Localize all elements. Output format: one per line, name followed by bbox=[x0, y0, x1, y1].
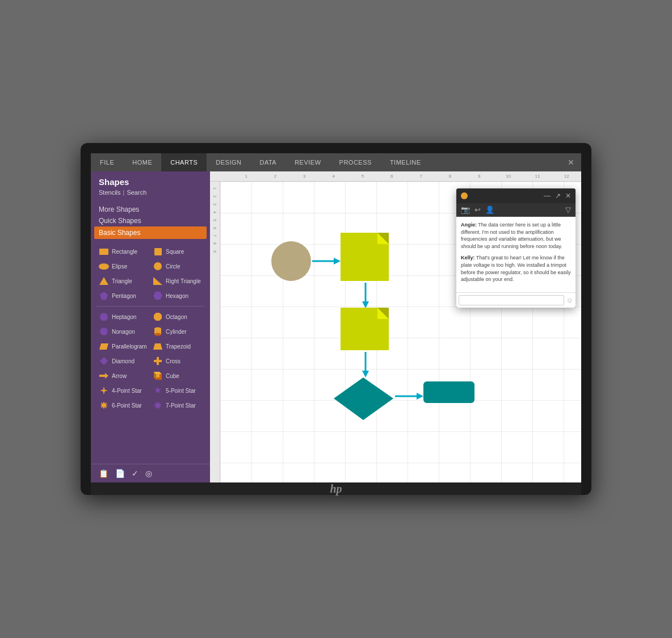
shape-diamond[interactable]: Diamond bbox=[96, 354, 150, 368]
chat-titlebar: — ↗ ✕ bbox=[456, 188, 576, 203]
shape-row-5: Heptagon Octagon bbox=[96, 310, 204, 324]
svg-marker-5 bbox=[153, 277, 162, 285]
shape-square[interactable]: Square bbox=[150, 245, 204, 258]
sidebar-title: Shapes bbox=[99, 177, 202, 187]
chat-close-button[interactable]: ✕ bbox=[565, 192, 571, 200]
cylinder-icon bbox=[153, 326, 163, 337]
svg-marker-8 bbox=[100, 313, 108, 321]
video-icon[interactable]: 📷 bbox=[461, 205, 470, 214]
flowchart-teal-diamond[interactable] bbox=[334, 377, 393, 420]
chat-message-angie: Angie: The data center here is set up a … bbox=[461, 221, 571, 250]
ruler-marks-h: 1 2 3 4 5 6 7 8 9 10 11 12 bbox=[221, 174, 581, 179]
shape-hexagon[interactable]: Hexagon bbox=[150, 289, 204, 303]
svg-marker-26 bbox=[100, 401, 108, 409]
shape-cylinder[interactable]: Cylinder bbox=[150, 325, 204, 338]
svg-rect-18 bbox=[154, 360, 162, 362]
clipboard2-icon[interactable]: 📄 bbox=[115, 469, 125, 478]
shape-7star[interactable]: 7-Point Star bbox=[150, 398, 204, 412]
shape-5star[interactable]: 5-Point Star bbox=[150, 384, 204, 397]
sidebar-shapes: Rectangle Square bbox=[91, 241, 210, 464]
chat-expand-button[interactable]: ↗ bbox=[555, 192, 561, 200]
flowchart-tan-circle[interactable] bbox=[271, 241, 311, 281]
stencils-link[interactable]: Stencils bbox=[99, 189, 121, 196]
quick-shapes-item[interactable]: Quick Shapes bbox=[99, 215, 202, 226]
sidebar-header: Shapes Stencils | Search bbox=[91, 171, 210, 199]
shape-parallelogram[interactable]: Parallelogram bbox=[96, 339, 150, 353]
shape-right-triangle[interactable]: Right Triangle bbox=[150, 274, 204, 288]
close-button[interactable]: ✕ bbox=[563, 154, 579, 170]
menu-process[interactable]: PROCESS bbox=[330, 153, 381, 171]
hp-logo: hp bbox=[330, 482, 342, 496]
clipboard-icon[interactable]: 📋 bbox=[99, 469, 108, 478]
shape-row-8: Diamond Cross bbox=[96, 354, 204, 368]
trapezoid-icon bbox=[153, 341, 163, 351]
menu-data[interactable]: DATA bbox=[250, 153, 285, 171]
hexagon-icon bbox=[153, 291, 163, 301]
phone-icon[interactable]: ↩ bbox=[474, 205, 481, 214]
check-icon[interactable]: ✓ bbox=[132, 469, 138, 478]
menu-file[interactable]: FILE bbox=[91, 153, 123, 171]
menu-charts[interactable]: CHARTS bbox=[161, 153, 207, 171]
shape-row-3: Triangle Right Triangle bbox=[96, 274, 204, 288]
canvas-area: 1 2 3 4 5 6 7 8 9 10 11 12 bbox=[210, 171, 581, 482]
shape-heptagon[interactable]: Heptagon bbox=[96, 310, 150, 324]
shape-trapezoid[interactable]: Trapezoid bbox=[150, 339, 204, 353]
shape-row-6: Nonagon Cylinder bbox=[96, 325, 204, 338]
app-body: Shapes Stencils | Search More Shapes Qui… bbox=[91, 171, 581, 482]
chat-toolbar: 📷 ↩ 👤 ▽ bbox=[456, 203, 576, 217]
shape-row-7: Parallelogram Trapezoid bbox=[96, 339, 204, 353]
monitor-bottom-bezel: hp bbox=[91, 482, 581, 495]
menu-review[interactable]: REVIEW bbox=[285, 153, 330, 171]
shape-row-4: Pentagon Hexagon bbox=[96, 289, 204, 303]
more-shapes-item[interactable]: More Shapes bbox=[99, 204, 202, 215]
chat-filter-icon[interactable]: ▽ bbox=[565, 205, 571, 214]
shape-rectangle[interactable]: Rectangle bbox=[96, 245, 150, 258]
svg-marker-6 bbox=[100, 292, 108, 300]
svg-rect-0 bbox=[99, 249, 108, 255]
basic-shapes-item[interactable]: Basic Shapes bbox=[94, 226, 207, 239]
flowchart-yellow-rect-1[interactable] bbox=[341, 233, 389, 281]
chat-controls: — ↗ ✕ bbox=[544, 192, 571, 200]
chat-minimize-button[interactable]: — bbox=[544, 192, 551, 200]
shape-4star[interactable]: 4-Point Star bbox=[96, 384, 150, 397]
people-icon[interactable]: 👤 bbox=[485, 205, 494, 214]
arrow-icon bbox=[99, 371, 109, 381]
5-point-star-icon bbox=[153, 385, 163, 396]
menu-home[interactable]: HOME bbox=[123, 153, 161, 171]
chat-text-kelly: That's great to hear! Let me know if the… bbox=[461, 255, 571, 282]
shape-row-1: Rectangle Square bbox=[96, 245, 204, 258]
ellipse-icon bbox=[99, 261, 109, 271]
shape-arrow[interactable]: Arrow bbox=[96, 369, 150, 383]
chat-sender-angie: Angie: bbox=[461, 222, 477, 228]
flowchart-yellow-rect-2[interactable] bbox=[341, 308, 389, 350]
chat-popup: — ↗ ✕ 📷 ↩ 👤 ▽ Angie: The bbox=[456, 188, 576, 308]
shape-circle[interactable]: Circle bbox=[150, 259, 204, 273]
nonagon-icon bbox=[99, 326, 109, 337]
chat-input[interactable] bbox=[459, 295, 564, 305]
menu-timeline[interactable]: TIMELINE bbox=[381, 153, 430, 171]
shape-6star[interactable]: 6-Point Star bbox=[96, 398, 150, 412]
square-icon bbox=[153, 246, 163, 257]
menu-design[interactable]: DESIGN bbox=[207, 153, 250, 171]
chat-input-area: ☺ bbox=[456, 292, 576, 308]
6-point-star-icon bbox=[99, 400, 109, 410]
shape-triangle[interactable]: Triangle bbox=[96, 274, 150, 288]
shape-cube[interactable]: Cube bbox=[150, 369, 204, 383]
flowchart-teal-rounded-rect[interactable] bbox=[423, 381, 474, 403]
sidebar-footer: 📋 📄 ✓ ◎ bbox=[91, 464, 210, 482]
shape-ellipse[interactable]: Elipse bbox=[96, 259, 150, 273]
menu-bar: FILE HOME CHARTS DESIGN DATA REVIEW PROC… bbox=[91, 153, 581, 171]
search-link[interactable]: Search bbox=[127, 189, 146, 196]
right-triangle-icon bbox=[153, 276, 163, 286]
flowchart-arrow-right-2 bbox=[395, 391, 423, 402]
chat-sender-kelly: Kelly: bbox=[461, 255, 475, 261]
shape-cross[interactable]: Cross bbox=[150, 354, 204, 368]
emoji-button[interactable]: ☺ bbox=[566, 296, 573, 304]
settings-icon[interactable]: ◎ bbox=[145, 469, 152, 478]
sidebar-menu: More Shapes Quick Shapes Basic Shapes bbox=[91, 199, 210, 241]
shape-octagon[interactable]: Octagon bbox=[150, 310, 204, 324]
svg-marker-27 bbox=[154, 401, 162, 409]
shape-pentagon[interactable]: Pentagon bbox=[96, 289, 150, 303]
shape-nonagon[interactable]: Nonagon bbox=[96, 325, 150, 338]
svg-marker-10 bbox=[100, 328, 108, 335]
